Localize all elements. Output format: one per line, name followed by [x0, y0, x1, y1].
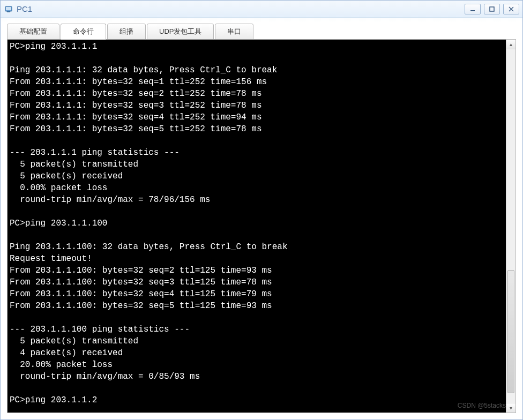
content-area: 基础配置 命令行 组播 UDP发包工具 串口 PC>ping 203.1.1.1… [1, 18, 522, 419]
svg-rect-2 [7, 11, 10, 12]
minimize-button[interactable] [465, 4, 481, 14]
window-title: PC1 [17, 4, 465, 13]
close-button[interactable] [503, 4, 519, 14]
tab-multicast[interactable]: 组播 [107, 24, 146, 40]
watermark: CSDN @5stacks [458, 402, 506, 409]
tab-command-line[interactable]: 命令行 [61, 24, 106, 40]
tab-basic-config[interactable]: 基础配置 [7, 24, 59, 40]
terminal-panel: PC>ping 203.1.1.1 Ping 203.1.1.1: 32 dat… [7, 39, 516, 413]
svg-rect-4 [490, 7, 494, 11]
scrollbar[interactable]: ▴ ▾ [506, 40, 515, 412]
app-icon [4, 4, 13, 14]
tab-serial[interactable]: 串口 [215, 24, 253, 40]
scroll-down-arrow-icon[interactable]: ▾ [506, 403, 515, 412]
tab-bar: 基础配置 命令行 组播 UDP发包工具 串口 [7, 23, 516, 39]
svg-rect-1 [6, 7, 11, 10]
window-controls [465, 4, 519, 14]
scroll-up-arrow-icon[interactable]: ▴ [506, 40, 515, 49]
tab-udp-tool[interactable]: UDP发包工具 [147, 24, 214, 40]
app-window: PC1 基础配置 命令行 组播 UDP发包工具 串口 PC>ping 203.1… [0, 0, 523, 420]
maximize-button[interactable] [484, 4, 500, 14]
terminal-output[interactable]: PC>ping 203.1.1.1 Ping 203.1.1.1: 32 dat… [8, 40, 506, 412]
title-bar[interactable]: PC1 [1, 1, 522, 18]
scroll-thumb[interactable] [507, 270, 514, 393]
